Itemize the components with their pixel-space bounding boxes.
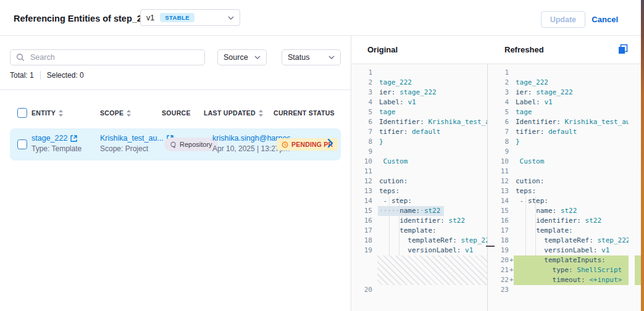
source-filter-dropdown[interactable]: Source <box>217 49 267 65</box>
code-line: 18 templateRef: step_222 <box>351 236 487 246</box>
entities-panel: Source Status Total: 1 Selected: 0 ENTIT… <box>0 36 351 311</box>
repository-icon <box>170 141 177 148</box>
column-header-current-status: CURRENT STATUS <box>274 109 335 117</box>
chevron-right-icon[interactable] <box>327 138 333 148</box>
code-line: 10 Custom <box>488 157 644 167</box>
code-line: 13teps: <box>488 186 644 196</box>
divider <box>0 89 351 90</box>
code-line: 19 versionLabel: v1 <box>488 246 644 255</box>
status-filter-dropdown[interactable]: Status <box>282 49 341 65</box>
clock-icon <box>282 141 288 148</box>
code-line: 20 <box>351 285 487 295</box>
code-line: 15·····name:·st22 <box>351 206 487 216</box>
scrollbar-track[interactable] <box>629 64 635 311</box>
code-line: 1 <box>351 68 487 78</box>
code-line: 6Identifier: Krishika_test_aut <box>351 117 487 127</box>
refreshed-code-pane[interactable]: 12tage_2223ier: stage_2224Label: v15tage… <box>488 64 644 311</box>
code-line: 1 <box>488 68 644 78</box>
code-line: 3ier: stage_222 <box>488 88 644 97</box>
status-filter-label: Status <box>288 53 309 62</box>
search-icon <box>16 53 25 62</box>
code-line: 9 <box>351 147 487 157</box>
code-line: 9 <box>488 147 644 157</box>
row-checkbox[interactable] <box>17 139 27 149</box>
search-box <box>10 49 205 65</box>
external-link-icon[interactable] <box>70 135 77 142</box>
code-line: 16 identifier: st22 <box>488 216 644 226</box>
total-count: Total: 1 <box>10 71 34 80</box>
code-line: 7tifier: default <box>488 127 644 137</box>
chevron-down-icon <box>328 56 335 59</box>
sort-icon <box>259 110 263 117</box>
code-line: 18 templateRef: step_222 <box>488 236 644 246</box>
copy-icon[interactable] <box>617 44 629 55</box>
column-header-last-updated[interactable]: LAST UPDATED <box>204 109 263 117</box>
entity-type: Type: Template <box>31 144 82 153</box>
sort-icon <box>59 110 63 117</box>
column-header-scope[interactable]: SCOPE <box>100 109 131 117</box>
totals-bar: Total: 1 Selected: 0 <box>10 71 84 80</box>
column-header-source: SOURCE <box>162 109 191 117</box>
code-line: 8} <box>488 137 644 147</box>
code-line: 13teps: <box>351 186 487 196</box>
diff-header: Original Refreshed <box>351 36 644 64</box>
chevron-down-icon <box>254 56 261 59</box>
code-line: 10 Custom <box>351 157 487 167</box>
search-input[interactable] <box>29 52 199 62</box>
code-line: 17 template: <box>351 226 487 236</box>
code-line: 15 name: st22 <box>488 206 644 216</box>
code-line: 5tage <box>351 107 487 117</box>
code-line: 23 <box>488 285 644 295</box>
code-line: 14 - step: <box>351 196 487 206</box>
code-line: 16 identifier: st22 <box>351 216 487 226</box>
code-line: 21+ type: ShellScript <box>488 265 644 275</box>
stable-badge: STABLE <box>160 13 194 22</box>
source-badge: Repository <box>164 138 218 151</box>
code-line: 17 template: <box>488 226 644 236</box>
diff-gap-hatch <box>377 255 487 285</box>
code-line: 4Label: v1 <box>488 97 644 107</box>
source-filter-label: Source <box>224 53 248 62</box>
code-line: 12cution: <box>351 176 487 186</box>
original-pane-title: Original <box>367 45 398 54</box>
code-line: 11 <box>351 167 487 176</box>
code-line: 12cution: <box>488 176 644 186</box>
code-line: 3ier: stage_222 <box>351 88 487 97</box>
top-bar: Referencing Entities of step_222 v1 STAB… <box>0 0 644 36</box>
table-row[interactable]: stage_222 Type: Template Krishika_test_a… <box>10 128 341 160</box>
original-code-pane[interactable]: 12tage_2223ier: stage_2224Label: v15tage… <box>351 64 488 311</box>
divider <box>40 71 41 80</box>
code-line: 6Identifier: Krishika_test_aut <box>488 117 644 127</box>
code-line: 22+ timeout: <+input> <box>488 275 644 285</box>
code-line: 2tage_222 <box>351 78 487 88</box>
cancel-button[interactable]: Cancel <box>588 11 622 28</box>
code-line: 2tage_222 <box>488 78 644 88</box>
scrollbar-thumb[interactable] <box>486 246 495 247</box>
yaml-diff-panel: Original Refreshed 12tage_2223ier: stage… <box>351 36 644 311</box>
chevron-down-icon <box>228 16 234 20</box>
version-select[interactable]: v1 STABLE <box>140 9 240 26</box>
code-line: 7tifier: default <box>351 127 487 137</box>
referencing-entities-dialog: Referencing Entities of step_222 v1 STAB… <box>0 0 644 311</box>
selected-count: Selected: 0 <box>47 71 84 80</box>
sort-icon <box>127 110 131 117</box>
code-line: 19 versionLabel: v1 <box>351 246 487 255</box>
code-line: 4Label: v1 <box>351 97 487 107</box>
refreshed-pane-title: Refreshed <box>504 45 544 54</box>
scope-link[interactable]: Krishika_test_au... <box>100 134 164 143</box>
code-line: 8} <box>351 137 487 147</box>
original-code-lines: 12tage_2223ier: stage_2224Label: v15tage… <box>351 68 487 295</box>
code-line: 5tage <box>488 107 644 117</box>
scope-sub: Scope: Project <box>100 144 174 153</box>
entity-link[interactable]: stage_222 <box>31 134 67 143</box>
page-title: Referencing Entities of step_222 <box>14 14 152 23</box>
select-all-checkbox[interactable] <box>17 108 27 118</box>
diff-panes: 12tage_2223ier: stage_2224Label: v15tage… <box>351 64 644 311</box>
code-line: 14 - step: <box>488 196 644 206</box>
update-button[interactable]: Update <box>541 11 585 28</box>
entity-cell: stage_222 Type: Template <box>31 134 82 153</box>
window-edge-strip <box>641 0 644 311</box>
column-header-entity[interactable]: ENTITY <box>31 109 63 117</box>
code-line: 11 <box>488 167 644 176</box>
refreshed-code-lines: 12tage_2223ier: stage_2224Label: v15tage… <box>488 68 644 295</box>
